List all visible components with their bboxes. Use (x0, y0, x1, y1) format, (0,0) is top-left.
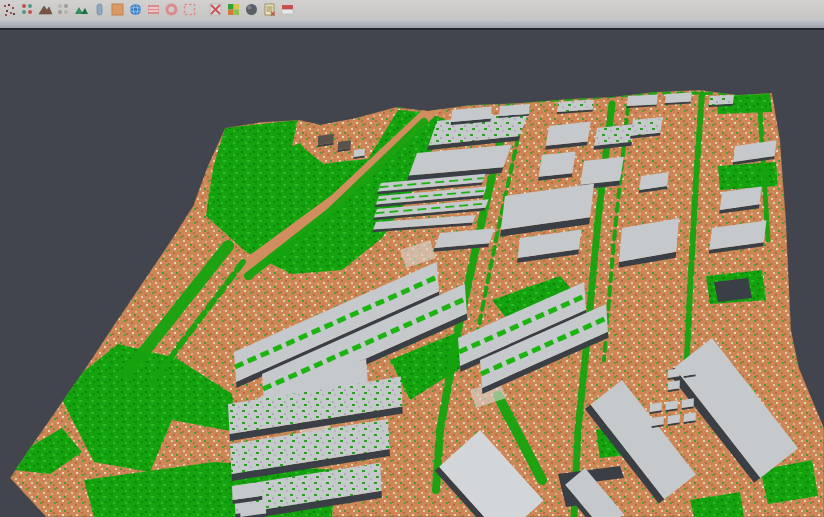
texture-layers-icon[interactable] (280, 2, 295, 17)
classified-points-icon[interactable] (20, 2, 35, 17)
dem-icon[interactable] (74, 2, 89, 17)
selection-box-icon[interactable] (182, 2, 197, 17)
report-icon[interactable] (262, 2, 277, 17)
viewport-3d[interactable] (0, 30, 824, 517)
building-roof (539, 151, 576, 176)
classified-point-cloud-scene (0, 30, 824, 517)
main-toolbar (0, 0, 824, 19)
building-shadow (714, 278, 752, 302)
column-icon[interactable] (92, 2, 107, 17)
ring-icon[interactable] (164, 2, 179, 17)
image-cross-icon[interactable] (208, 2, 223, 17)
sphere-view-icon[interactable] (244, 2, 259, 17)
building-roof (709, 95, 734, 105)
building-roof (665, 93, 692, 103)
application-window (0, 0, 824, 517)
attribute-table-icon[interactable] (146, 2, 161, 17)
terrain-icon[interactable] (38, 2, 53, 17)
point-cloud-icon[interactable] (2, 2, 17, 17)
vegetation-patch (718, 162, 778, 190)
building-roof (627, 94, 658, 106)
classification-map-icon[interactable] (226, 2, 241, 17)
sparse-points-icon[interactable] (56, 2, 71, 17)
globe-icon[interactable] (128, 2, 143, 17)
building-roof (580, 157, 624, 185)
orthophoto-icon[interactable] (110, 2, 125, 17)
